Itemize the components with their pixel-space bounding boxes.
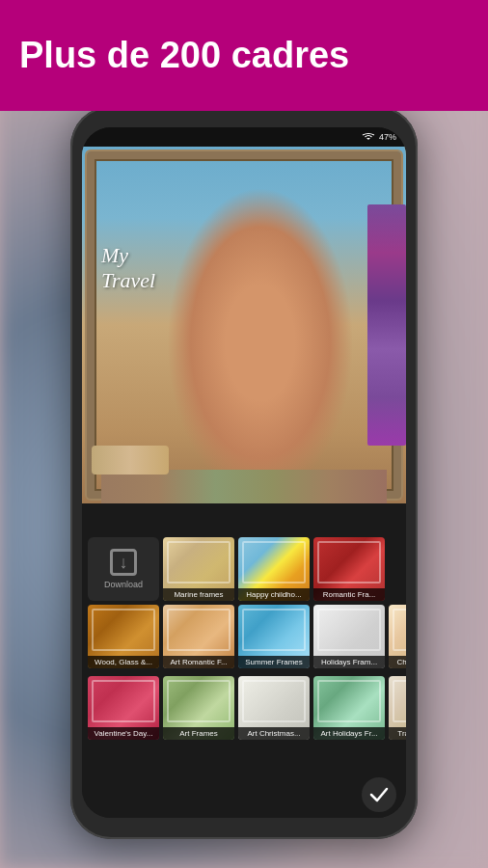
travel-line1: My — [101, 243, 155, 268]
phone-screen: 47% My Travel Dow — [82, 127, 406, 818]
frame-corner-shells — [92, 446, 169, 475]
frame-thumb-summer[interactable]: Summer Frames — [238, 605, 310, 668]
frame-thumb-christmas-inner — [393, 609, 406, 651]
frame-thumb-holidays[interactable]: Holidays Fram... — [313, 605, 385, 668]
frame-thumb-valentine-inner — [92, 680, 155, 722]
frames-row-3: Valentine's Day... Art Frames Art Christ… — [82, 676, 406, 747]
frame-thumb-valentine-label: Valentine's Day... — [88, 727, 159, 740]
wifi-icon — [362, 132, 375, 142]
frame-thumb-romantic-label: Romantic Fra... — [313, 588, 385, 601]
frames-row-1: Download Marine frames Happy childho... … — [82, 533, 406, 605]
frame-thumb-art-holidays-inner — [317, 680, 381, 722]
frame-thumb-art-holidays[interactable]: Art Holidays Fr... — [313, 676, 385, 740]
frame-thumb-art[interactable]: Art Frames — [163, 676, 234, 740]
frame-thumb-romantic[interactable]: Romantic Fra... — [313, 537, 385, 601]
travel-text-overlay: My Travel — [101, 243, 155, 294]
frame-thumb-art-romantic[interactable]: Art Romantic F... — [163, 605, 234, 668]
frame-thumb-marine-label: Marine frames — [163, 588, 234, 601]
frame-thumb-christmas-label: Christmas Fra... — [389, 656, 406, 668]
status-bar: 47% — [82, 127, 406, 147]
checkmark-button[interactable] — [362, 777, 396, 812]
frame-thumb-happy-label: Happy childho... — [238, 588, 310, 601]
frame-thumb-valentine[interactable]: Valentine's Day... — [88, 676, 159, 740]
frame-thumb-happy[interactable]: Happy childho... — [238, 537, 310, 601]
frame-thumb-travelling-label: Travelling Fra... — [389, 727, 406, 740]
frame-thumb-happy-inner — [242, 541, 306, 583]
frame-thumb-wood-label: Wood, Glass &... — [88, 656, 159, 668]
frame-thumb-christmas[interactable]: Christmas Fra... — [389, 605, 406, 668]
frame-flowers-bottom — [101, 470, 387, 503]
frame-thumb-art-christmas[interactable]: Art Christmas... — [238, 676, 310, 740]
frame-thumb-travelling[interactable]: Travelling Fra... — [389, 676, 406, 740]
frame-thumb-art-label: Art Frames — [163, 727, 234, 740]
bottom-toolbar: Download Marine frames Happy childho... … — [82, 533, 406, 818]
frame-thumb-art-christmas-inner — [242, 680, 306, 722]
frame-thumb-art-holidays-label: Art Holidays Fr... — [313, 727, 385, 740]
main-photo-area: My Travel — [82, 147, 406, 503]
frame-thumb-art-romantic-inner — [167, 609, 230, 651]
frame-thumb-marine-inner — [167, 541, 230, 583]
travel-line2: Travel — [101, 268, 155, 293]
status-icons: 47% — [362, 132, 396, 142]
download-icon — [110, 549, 137, 576]
frame-thumb-wood-inner — [92, 609, 155, 651]
battery-indicator: 47% — [379, 132, 396, 142]
frame-flowers-right — [367, 204, 406, 446]
frame-thumb-travelling-inner — [393, 680, 406, 722]
frame-thumb-art-christmas-label: Art Christmas... — [238, 727, 310, 740]
download-button[interactable]: Download — [88, 537, 159, 601]
svg-marker-0 — [366, 138, 370, 140]
frame-thumb-wood[interactable]: Wood, Glass &... — [88, 605, 159, 668]
frame-thumb-summer-inner — [242, 609, 306, 651]
frame-thumb-marine[interactable]: Marine frames — [163, 537, 234, 601]
download-label: Download — [104, 580, 143, 589]
checkmark-icon — [369, 787, 389, 802]
frame-thumb-romantic-inner — [317, 541, 381, 583]
banner-title: Plus de 200 cadres — [19, 36, 349, 76]
frame-thumb-holidays-label: Holidays Fram... — [313, 656, 385, 668]
frame-thumb-holidays-inner — [317, 609, 381, 651]
frame-thumb-art-inner — [167, 680, 230, 722]
frames-row-2: Wood, Glass &... Art Romantic F... Summe… — [82, 605, 406, 676]
frame-thumb-art-romantic-label: Art Romantic F... — [163, 656, 234, 668]
frame-thumb-summer-label: Summer Frames — [238, 656, 310, 668]
phone-shell: 47% My Travel Dow — [70, 106, 418, 839]
top-banner: Plus de 200 cadres — [0, 0, 488, 111]
